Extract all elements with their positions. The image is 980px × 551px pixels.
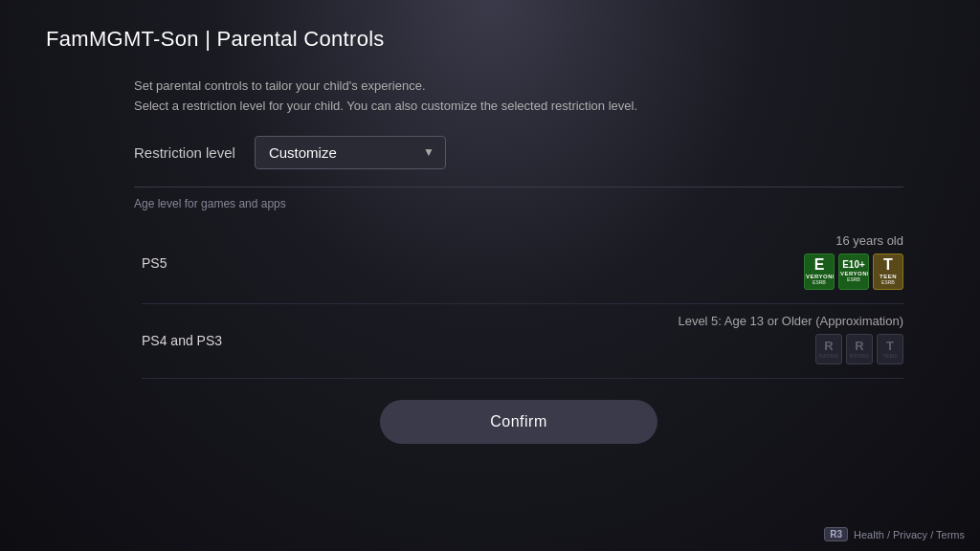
restriction-label: Restriction level: [134, 144, 235, 161]
ps5-label: PS5: [142, 255, 167, 271]
ps4-badge-3: T TEEN: [877, 334, 903, 364]
ps5-restriction: 16 years old: [835, 233, 903, 248]
ps5-rating-badges: E EVERYONE ESRB E10+ EVERYONE ESRB T TEE…: [804, 253, 903, 290]
page-title: FamMGMT-Son | Parental Controls: [46, 27, 385, 52]
restriction-dropdown[interactable]: No Restriction Young Child Child Pre-Tee…: [255, 136, 446, 169]
r3-badge: R3: [824, 527, 848, 541]
ps5-right: 16 years old E EVERYONE ESRB E10+ EVERYO…: [804, 233, 903, 294]
platform-section: PS5 16 years old E EVERYONE ESRB E10+ EV…: [134, 224, 903, 379]
esrb-e10-badge: E10+ EVERYONE ESRB: [838, 253, 869, 290]
ps4-badge-1: R RATING: [815, 334, 842, 364]
esrb-t-badge: T TEEN ESRB: [873, 253, 903, 290]
ps4-restriction: Level 5: Age 13 or Older (Approximation): [678, 314, 903, 328]
description: Set parental controls to tailor your chi…: [134, 77, 903, 117]
esrb-e-badge: E EVERYONE ESRB: [804, 253, 835, 290]
ps4-label: PS4 and PS3: [142, 333, 222, 348]
ps4-badge-2: R RATING: [846, 334, 873, 364]
ps5-row: PS5 16 years old E EVERYONE ESRB E10+ EV…: [142, 224, 903, 304]
ps4-row: PS4 and PS3 Level 5: Age 13 or Older (Ap…: [142, 304, 903, 379]
age-level-label: Age level for games and apps: [134, 197, 903, 210]
footer-links[interactable]: Health / Privacy / Terms: [854, 529, 965, 540]
ps4-right: Level 5: Age 13 or Older (Approximation)…: [678, 314, 903, 368]
ps4-rating-badges: R RATING R RATING T TEEN: [815, 334, 903, 364]
confirm-button[interactable]: Confirm: [380, 400, 657, 444]
footer-bar: R3 Health / Privacy / Terms: [824, 527, 965, 541]
restriction-dropdown-wrapper: No Restriction Young Child Child Pre-Tee…: [255, 136, 446, 169]
section-divider: [134, 187, 903, 187]
